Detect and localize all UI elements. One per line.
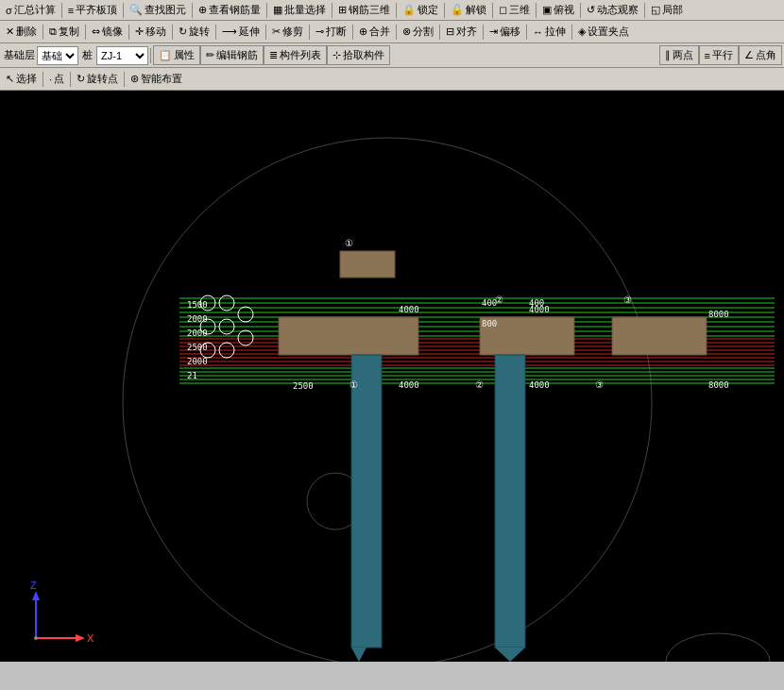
tb-point[interactable]: · 点 — [45, 71, 68, 87]
svg-text:400: 400 — [529, 298, 544, 308]
copy-icon: ⧉ — [49, 25, 57, 38]
tb-mirror[interactable]: ⇔ 镜像 — [88, 24, 127, 40]
tb-partial[interactable]: ◱ 局部 — [647, 2, 687, 18]
toolbar-row-1: σ 汇总计算 ≡ 平齐板顶 🔍 查找图元 ⊕ 查看钢筋量 ▦ 批量选择 ⊞ 钢筋… — [0, 0, 784, 21]
tb-batch-select[interactable]: ▦ 批量选择 — [269, 2, 330, 18]
merge-icon: ⊕ — [359, 25, 367, 38]
sep — [61, 3, 62, 18]
tb-align-top[interactable]: ≡ 平齐板顶 — [64, 2, 121, 18]
tb-offset[interactable]: ⇥ 偏移 — [486, 24, 524, 40]
tb-set-grip[interactable]: ◈ 设置夹点 — [574, 24, 633, 40]
tb-smart-layout[interactable]: ⊛ 智能布置 — [127, 71, 186, 87]
tb-rotate[interactable]: ↻ 旋转 — [175, 24, 213, 40]
pick-icon: ⊹ — [332, 49, 341, 61]
svg-text:8000: 8000 — [708, 310, 729, 319]
split-icon: ⊗ — [402, 25, 411, 38]
tb-unlock[interactable]: 🔓 解锁 — [447, 2, 490, 18]
point-icon: · — [49, 74, 52, 85]
tb-summary[interactable]: σ 汇总计算 — [2, 2, 60, 18]
tb-view-rebar[interactable]: ⊕ 查看钢筋量 — [195, 2, 264, 18]
sep — [266, 3, 267, 18]
toolbar-row-4: ↖ 选择 · 点 ↻ 旋转点 ⊛ 智能布置 — [0, 68, 784, 91]
svg-text:2000: 2000 — [187, 328, 208, 338]
svg-text:③: ③ — [623, 295, 632, 305]
svg-text:4000: 4000 — [529, 380, 550, 390]
svg-text:21: 21 — [187, 371, 197, 380]
tb-3d[interactable]: ◻ 三维 — [495, 2, 534, 18]
svg-point-69 — [34, 636, 38, 640]
svg-text:4000: 4000 — [399, 380, 419, 390]
sep — [444, 3, 445, 18]
sep — [172, 25, 173, 40]
tb-point-angle[interactable]: ∠ 点角 — [739, 45, 782, 65]
sep — [215, 25, 216, 40]
sep — [43, 25, 43, 40]
tb-rotate-point[interactable]: ↻ 旋转点 — [73, 71, 122, 87]
break-icon: ⊸ — [315, 25, 324, 38]
svg-text:②: ② — [475, 379, 484, 390]
stretch-icon: ↔ — [533, 26, 543, 38]
tb-rebar-3d[interactable]: ⊞ 钢筋三维 — [334, 2, 394, 18]
tb-parallel[interactable]: ≡ 平行 — [699, 45, 739, 65]
svg-rect-26 — [279, 317, 418, 355]
tb-break[interactable]: ⊸ 打断 — [312, 24, 350, 40]
tb-extend[interactable]: ⟶ 延伸 — [218, 24, 264, 40]
svg-rect-29 — [351, 355, 382, 648]
layer-select[interactable]: 基础 — [37, 46, 78, 65]
rotate-icon: ↻ — [179, 25, 187, 38]
tb-pick-element[interactable]: ⊹ 拾取构件 — [327, 45, 390, 65]
tb-select[interactable]: ↖ 选择 — [2, 71, 41, 87]
tb-property[interactable]: 📋 属性 — [153, 45, 200, 65]
svg-rect-28 — [612, 317, 707, 355]
svg-text:2500: 2500 — [187, 343, 208, 352]
canvas-svg: 1500 2000 2000 2500 2000 21 2500 4000 40… — [0, 91, 784, 662]
layer-label: 基础层 — [2, 48, 37, 62]
svg-rect-25 — [340, 251, 395, 278]
tb-lock[interactable]: 🔒 锁定 — [399, 2, 442, 18]
find-icon: 🔍 — [129, 4, 143, 16]
extend-icon: ⟶ — [222, 25, 237, 38]
tb-copy[interactable]: ⧉ 复制 — [45, 24, 83, 40]
sep — [352, 25, 353, 40]
sep — [265, 25, 266, 40]
sep — [536, 3, 537, 18]
svg-text:②: ② — [495, 295, 503, 305]
tb-topview[interactable]: ▣ 俯视 — [538, 2, 578, 18]
svg-text:2500: 2500 — [293, 381, 314, 391]
parallel-icon: ≡ — [705, 50, 710, 61]
tb-split[interactable]: ⊗ 分割 — [399, 24, 437, 40]
tb-edit-rebar[interactable]: ✏ 编辑钢筋 — [200, 45, 264, 65]
element-type-label: 桩 — [78, 48, 96, 62]
svg-marker-30 — [351, 648, 366, 662]
tb-trim[interactable]: ✂ 修剪 — [268, 24, 307, 40]
tb-move[interactable]: ✛ 移动 — [131, 24, 170, 40]
svg-rect-31 — [495, 355, 525, 648]
tb-find[interactable]: 🔍 查找图元 — [126, 2, 190, 18]
svg-text:1500: 1500 — [187, 300, 208, 310]
sep — [150, 48, 151, 63]
element-name-select[interactable]: ZJ-1 — [96, 46, 148, 65]
align-icon: ≡ — [68, 5, 74, 16]
svg-marker-32 — [495, 648, 525, 662]
tb-delete[interactable]: ✕ 删除 — [2, 24, 41, 40]
sep — [123, 3, 124, 18]
svg-point-0 — [123, 138, 652, 662]
sep — [128, 25, 129, 40]
tb-align[interactable]: ⊟ 对齐 — [442, 24, 481, 40]
sep — [70, 72, 71, 87]
svg-text:③: ③ — [595, 379, 604, 390]
grip-icon: ◈ — [578, 25, 586, 38]
smart-icon: ⊛ — [130, 73, 139, 85]
trim-icon: ✂ — [272, 25, 281, 38]
orbit-icon: ↺ — [587, 4, 595, 16]
svg-text:①: ① — [345, 238, 353, 248]
select-icon: ↖ — [6, 73, 14, 85]
tb-stretch[interactable]: ↔ 拉伸 — [529, 24, 570, 40]
svg-text:X: X — [87, 632, 94, 644]
tb-merge[interactable]: ⊕ 合并 — [355, 24, 394, 40]
tb-dynamic-view[interactable]: ↺ 动态观察 — [583, 2, 642, 18]
tb-element-list[interactable]: ≣ 构件列表 — [264, 45, 327, 65]
edit-rebar-icon: ✏ — [206, 49, 214, 61]
canvas-area[interactable]: 1500 2000 2000 2500 2000 21 2500 4000 40… — [0, 91, 784, 662]
tb-two-point[interactable]: ∥ 两点 — [659, 45, 699, 65]
